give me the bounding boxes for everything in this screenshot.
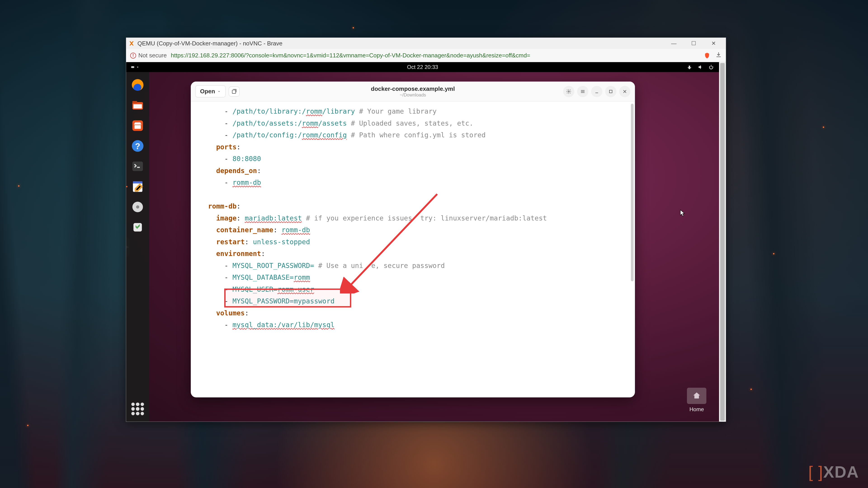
maximize-icon <box>608 89 614 94</box>
desktop-home-folder[interactable]: Home <box>687 388 706 413</box>
workspace-indicator-icon <box>137 66 138 68</box>
security-indicator[interactable]: ! Not secure <box>130 52 167 59</box>
svg-rect-2 <box>132 101 137 103</box>
browser-scrollbar[interactable] <box>719 62 726 422</box>
url-text: https://192.168.29.227:8006/?console=kvm… <box>171 52 530 59</box>
gnome-topbar[interactable]: Oct 22 20:33 <box>126 62 719 72</box>
xda-watermark: [ ]XDA <box>808 463 859 481</box>
dock-text-editor[interactable] <box>130 179 146 195</box>
brave-shields-icon[interactable] <box>704 52 710 59</box>
scrollbar-thumb[interactable] <box>720 63 725 421</box>
ember-particle <box>27 425 29 426</box>
dock-firefox[interactable] <box>130 77 146 93</box>
dock-terminal[interactable] <box>130 158 146 174</box>
ubuntu-desktop[interactable]: ▶ ? <box>126 72 719 422</box>
network-icon <box>686 64 692 70</box>
workspace-indicator-icon <box>131 66 134 68</box>
close-button[interactable]: ✕ <box>704 38 723 49</box>
chevron-down-icon <box>217 90 221 93</box>
folder-icon <box>687 388 706 404</box>
ember-particle <box>773 253 774 254</box>
window-title: QEMU (Copy-of-VM-Docker-manager) - noVNC… <box>137 40 661 47</box>
ember-particle <box>18 185 20 187</box>
editor-menu-button[interactable] <box>577 86 588 97</box>
editor-headerbar[interactable]: Open docker-compose.example.yml ~/Downlo… <box>191 82 635 101</box>
browser-titlebar[interactable]: QEMU (Copy-of-VM-Docker-manager) - noVNC… <box>126 38 726 49</box>
editor-maximize-button[interactable] <box>605 86 616 97</box>
not-secure-label: Not secure <box>138 52 167 59</box>
ember-particle <box>823 127 824 128</box>
editor-title: docker-compose.example.yml ~/Downloads <box>371 86 455 98</box>
minimize-icon <box>594 89 599 94</box>
proxmox-favicon-icon <box>128 40 135 46</box>
dock-trash[interactable] <box>130 219 146 235</box>
svg-point-11 <box>136 205 139 208</box>
svg-rect-3 <box>133 104 142 108</box>
svg-point-14 <box>568 91 569 92</box>
volume-icon <box>698 64 703 70</box>
svg-text:?: ? <box>135 141 141 151</box>
svg-rect-15 <box>610 90 612 93</box>
gnome-text-editor-window: Open docker-compose.example.yml ~/Downlo… <box>191 82 635 397</box>
minimize-button[interactable]: — <box>664 38 684 49</box>
ember-particle <box>750 389 752 390</box>
editor-minimize-button[interactable] <box>591 86 602 97</box>
not-secure-icon: ! <box>130 53 136 59</box>
power-icon <box>708 64 714 70</box>
downloads-icon[interactable] <box>715 52 722 59</box>
editor-scrollbar[interactable] <box>631 104 633 281</box>
ember-particle <box>352 27 354 29</box>
svg-rect-7 <box>132 162 143 171</box>
window-controls: — ☐ ✕ <box>664 38 723 49</box>
browser-addressbar: ! Not secure https://192.168.29.227:8006… <box>126 49 726 62</box>
dock-files[interactable] <box>130 97 146 113</box>
maximize-button[interactable]: ☐ <box>684 38 704 49</box>
svg-rect-9 <box>133 182 143 184</box>
system-tray[interactable] <box>686 64 714 70</box>
show-applications-button[interactable] <box>131 402 144 415</box>
editor-settings-button[interactable] <box>563 86 575 97</box>
editor-text-area[interactable]: - /path/to/library:/romm/library # Your … <box>191 101 635 397</box>
url-field[interactable]: https://192.168.29.227:8006/?console=kvm… <box>171 52 700 59</box>
desktop-icon-label: Home <box>689 406 704 413</box>
close-icon <box>622 89 627 94</box>
clock[interactable]: Oct 22 20:33 <box>407 64 438 70</box>
vnc-viewport: Oct 22 20:33 ▶ <box>126 62 726 422</box>
new-tab-icon <box>231 89 237 94</box>
hamburger-icon <box>580 89 585 94</box>
ubuntu-dock: ? <box>126 72 149 422</box>
editor-filename: docker-compose.example.yml <box>371 86 455 92</box>
new-tab-button[interactable] <box>229 87 240 96</box>
open-button[interactable]: Open <box>195 86 225 97</box>
editor-filepath: ~/Downloads <box>371 92 455 98</box>
cursor-icon <box>680 209 685 217</box>
svg-rect-13 <box>232 90 236 93</box>
brave-browser-window: QEMU (Copy-of-VM-Docker-manager) - noVNC… <box>126 37 726 422</box>
dock-help[interactable]: ? <box>130 138 146 154</box>
dock-software[interactable] <box>130 118 146 133</box>
editor-close-button[interactable] <box>619 86 630 97</box>
activities-corner[interactable] <box>131 66 138 68</box>
dock-disk[interactable] <box>130 199 146 215</box>
gear-icon <box>566 89 571 94</box>
